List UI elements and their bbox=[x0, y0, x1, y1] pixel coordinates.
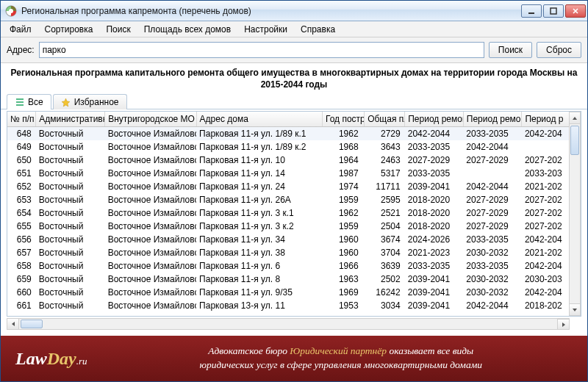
cell: 653 bbox=[7, 193, 36, 206]
col-period-1[interactable]: Период ремонт bbox=[405, 112, 464, 127]
cell: 658 bbox=[7, 259, 36, 273]
cell: 1963 bbox=[323, 273, 365, 286]
scroll-up-button[interactable] bbox=[570, 112, 580, 124]
cell: Восточный bbox=[36, 180, 105, 193]
table-row[interactable]: 659ВосточныйВосточное ИзмайловоПарковая … bbox=[7, 273, 581, 286]
cell: Парковая 13-я ул. 11 bbox=[196, 299, 322, 312]
cell: 2039-2041 bbox=[405, 180, 464, 193]
logo-ru: .ru bbox=[76, 356, 87, 367]
menu-file[interactable]: Файл bbox=[4, 23, 37, 36]
table-row[interactable]: 657ВосточныйВосточное ИзмайловоПарковая … bbox=[7, 246, 581, 259]
menu-settings[interactable]: Настройки bbox=[238, 23, 293, 36]
cell: 2042-2044 bbox=[463, 299, 522, 312]
address-input[interactable] bbox=[39, 42, 484, 58]
star-icon bbox=[61, 97, 71, 107]
table-row[interactable]: 658ВосточныйВосточное ИзмайловоПарковая … bbox=[7, 259, 581, 273]
menu-sort[interactable]: Сортировка bbox=[39, 23, 99, 36]
address-label: Адрес: bbox=[7, 45, 35, 55]
table-row[interactable]: 651ВосточныйВосточное ИзмайловоПарковая … bbox=[7, 167, 581, 180]
table-row[interactable]: 653ВосточныйВосточное ИзмайловоПарковая … bbox=[7, 193, 581, 206]
cell: Восточный bbox=[36, 246, 105, 259]
cell: 2502 bbox=[365, 273, 405, 286]
cell: Восточное Измайлово bbox=[105, 299, 196, 312]
cell: 2042-2044 bbox=[463, 180, 522, 193]
table-body: 648ВосточныйВосточное ИзмайловоПарковая … bbox=[7, 127, 581, 312]
tab-favorites[interactable]: Избранное bbox=[53, 94, 127, 109]
menu-help[interactable]: Справка bbox=[295, 23, 341, 36]
cell: Восточный bbox=[36, 206, 105, 220]
col-municipality[interactable]: Внутригородское МО bbox=[105, 112, 196, 127]
cell: 2033-2035 bbox=[405, 167, 464, 180]
cell: Восточное Измайлово bbox=[105, 246, 196, 259]
scroll-thumb-v[interactable] bbox=[570, 126, 579, 155]
svg-point-1 bbox=[9, 9, 13, 13]
table-row[interactable]: 654ВосточныйВосточное ИзмайловоПарковая … bbox=[7, 206, 581, 220]
svg-rect-5 bbox=[16, 101, 24, 103]
scroll-track-h[interactable] bbox=[19, 319, 557, 329]
scroll-right-button[interactable] bbox=[557, 319, 569, 329]
cell: 2039-2041 bbox=[405, 273, 464, 286]
table-row[interactable]: 650ВосточныйВосточное ИзмайловоПарковая … bbox=[7, 154, 581, 167]
footer-text: Адвокатское бюро Юридический партнёр ока… bbox=[109, 345, 573, 372]
cell: 2033-2035 bbox=[463, 259, 522, 273]
minimize-button[interactable] bbox=[521, 4, 542, 18]
tab-all[interactable]: Все bbox=[7, 94, 51, 109]
menu-search[interactable]: Поиск bbox=[100, 23, 136, 36]
tab-favorites-label: Избранное bbox=[74, 97, 119, 107]
table-row[interactable]: 655ВосточныйВосточное ИзмайловоПарковая … bbox=[7, 220, 581, 233]
cell: Восточное Измайлово bbox=[105, 259, 196, 273]
cell: 1969 bbox=[323, 286, 365, 299]
table-row[interactable]: 652ВосточныйВосточное ИзмайловоПарковая … bbox=[7, 180, 581, 193]
cell: 2027-2029 bbox=[463, 193, 522, 206]
cell: 11711 bbox=[365, 180, 405, 193]
footer-banner[interactable]: Law Day .ru Адвокатское бюро Юридический… bbox=[1, 336, 587, 381]
cell: 2042-2044 bbox=[463, 140, 522, 154]
svg-rect-2 bbox=[528, 12, 534, 14]
logo-law: Law bbox=[15, 349, 47, 369]
menu-total-area[interactable]: Площадь всех домов bbox=[138, 23, 237, 36]
cell: 16242 bbox=[365, 286, 405, 299]
scroll-track-v[interactable] bbox=[570, 124, 580, 303]
col-period-2[interactable]: Период ремонт bbox=[463, 112, 522, 127]
scroll-left-button[interactable] bbox=[7, 319, 19, 329]
horizontal-scrollbar[interactable] bbox=[7, 318, 570, 330]
maximize-button[interactable] bbox=[543, 4, 564, 18]
col-total-area[interactable]: Общая пл bbox=[365, 112, 405, 127]
cell: Восточное Измайлово bbox=[105, 127, 196, 140]
reset-button[interactable]: Сброс bbox=[537, 42, 581, 58]
cell: 661 bbox=[7, 299, 36, 312]
cell: 2595 bbox=[365, 193, 405, 206]
col-number[interactable]: № п/п bbox=[7, 112, 36, 127]
grid-viewport[interactable]: № п/п Административный Внутригородское М… bbox=[7, 111, 581, 317]
vertical-scrollbar[interactable] bbox=[569, 112, 581, 316]
scroll-thumb-h[interactable] bbox=[21, 320, 43, 328]
col-year-built[interactable]: Год постр bbox=[323, 112, 365, 127]
cell: Восточное Измайлово bbox=[105, 154, 196, 167]
col-admin-okrug[interactable]: Административный bbox=[36, 112, 105, 127]
cell: 2033-2035 bbox=[405, 259, 464, 273]
list-icon bbox=[15, 97, 25, 107]
app-window: Региональная программа капремонта (переч… bbox=[0, 0, 588, 382]
col-address[interactable]: Адрес дома bbox=[196, 112, 322, 127]
cell: 1960 bbox=[323, 233, 365, 246]
table-row[interactable]: 656ВосточныйВосточное ИзмайловоПарковая … bbox=[7, 233, 581, 246]
cell: 2042-2044 bbox=[405, 127, 464, 140]
cell: Парковая 11-я ул. 1/89 к.1 bbox=[196, 127, 322, 140]
cell: 1960 bbox=[323, 246, 365, 259]
search-button[interactable]: Поиск bbox=[489, 42, 532, 58]
table-row[interactable]: 649ВосточныйВосточное ИзмайловоПарковая … bbox=[7, 140, 581, 154]
cell: 2033-2035 bbox=[405, 140, 464, 154]
cell: 3639 bbox=[365, 259, 405, 273]
table-row[interactable]: 661ВосточныйВосточное ИзмайловоПарковая … bbox=[7, 299, 581, 312]
footer-logo: Law Day .ru bbox=[15, 349, 87, 369]
tab-all-label: Все bbox=[28, 97, 43, 107]
close-button[interactable] bbox=[565, 4, 586, 18]
cell: 660 bbox=[7, 286, 36, 299]
titlebar: Региональная программа капремонта (переч… bbox=[1, 1, 587, 21]
cell: Восточный bbox=[36, 273, 105, 286]
cell: 1987 bbox=[323, 167, 365, 180]
scroll-down-button[interactable] bbox=[570, 303, 580, 315]
cell: 1968 bbox=[323, 140, 365, 154]
table-row[interactable]: 648ВосточныйВосточное ИзмайловоПарковая … bbox=[7, 127, 581, 140]
table-row[interactable]: 660ВосточныйВосточное ИзмайловоПарковая … bbox=[7, 286, 581, 299]
